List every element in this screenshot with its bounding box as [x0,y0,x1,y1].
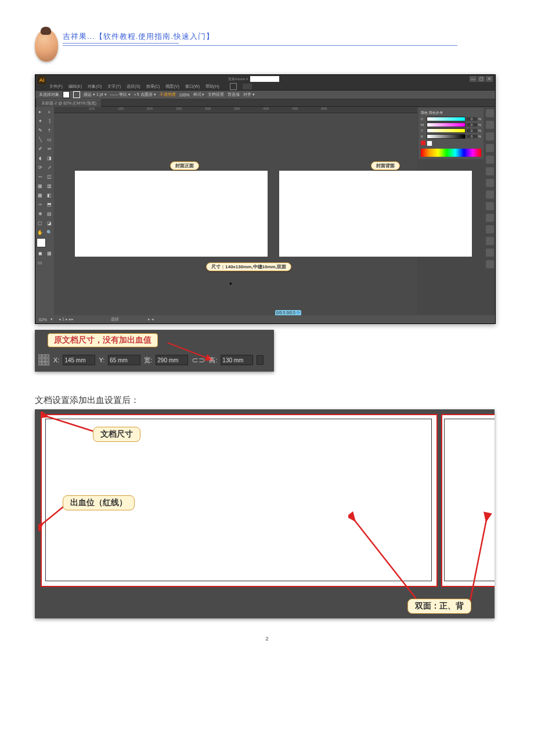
align-field[interactable]: 对齐 ▾ [243,92,255,98]
pen-tool-icon[interactable]: ✎ [35,125,45,135]
ruler: 100 150 200 250 300 350 400 450 500 [54,107,417,113]
brush-field[interactable]: • 5 点圆形 ▾ [134,92,156,98]
dock-icon[interactable] [486,132,494,141]
chip-val: 0/0.5 [286,311,295,315]
free-tool-icon[interactable]: ◫ [45,172,54,181]
blob-tool-icon[interactable]: ◖ [35,153,45,163]
fill-color-icon[interactable] [37,238,46,247]
k-label: K [421,135,425,138]
x-input[interactable] [63,355,95,365]
dock-icon[interactable] [486,249,494,257]
rect-tool-icon[interactable]: ▭ [45,135,54,144]
prefs-button[interactable]: 首选项 [228,92,240,98]
dock-icon[interactable] [486,237,494,245]
menu-item[interactable]: 文件(F) [49,84,63,89]
screen-mode-icon[interactable] [230,83,237,90]
w-input[interactable] [156,355,188,365]
dock-icon[interactable] [486,121,494,129]
search-input[interactable] [250,76,279,82]
dock-icon[interactable] [486,214,494,222]
menu-item[interactable]: 效果(C) [146,84,160,89]
slice-tool-icon[interactable]: ◪ [45,218,54,228]
symbol-tool-icon[interactable]: ❋ [35,209,45,218]
divider [63,43,179,44]
h-input[interactable] [221,355,253,365]
zoom-tool-icon[interactable]: 🔍 [45,228,54,237]
m-value[interactable]: 0 [467,123,477,127]
artboard-tool-icon[interactable]: ▢ [35,218,45,228]
menu-item[interactable]: 编辑(E) [68,84,82,89]
eyedropper-tool-icon[interactable]: ✑ [35,200,45,209]
menu-item[interactable]: 选择(S) [127,84,140,89]
y-input[interactable] [108,355,140,365]
menu-item[interactable]: 帮助(H) [205,84,219,89]
k-slider[interactable] [427,134,466,139]
docset-button[interactable]: 文档设置 [208,92,224,98]
style-field[interactable]: 样式 ▾ [193,92,205,98]
swatch-icon[interactable] [427,141,432,146]
swatch-icon[interactable] [421,141,425,145]
y-slider[interactable] [427,128,466,133]
perspective-icon[interactable]: ▥ [45,181,54,190]
m-slider[interactable] [427,123,466,127]
menu-item[interactable]: 对象(O) [88,84,102,89]
stroke-swatch-icon[interactable] [73,91,80,98]
gradient-mode-icon[interactable]: ▦ [45,249,54,258]
dock-icon[interactable] [486,202,494,210]
blend-tool-icon[interactable]: ⬒ [45,200,54,209]
dock-icon[interactable] [486,179,494,187]
pct-label: % [478,123,481,127]
opacity-field[interactable]: 100% [179,93,190,97]
c-value[interactable]: 0 [467,117,477,121]
pencil-tool-icon[interactable]: ✏ [45,144,54,153]
panel-title: 颜色 颜色参考 [421,110,481,116]
fill-swatch-icon[interactable] [63,91,70,98]
graph-tool-icon[interactable]: ▤ [45,209,54,218]
callout-size: 尺寸：140x130mm,中缝10mm,双面 [206,262,291,271]
maximize-icon[interactable]: ▢ [478,76,485,82]
profile-field[interactable]: —— 等比 ▾ [110,92,131,98]
dock-icon[interactable] [486,109,494,117]
rotate-tool-icon[interactable]: ⟳ [35,163,45,172]
dock-icon[interactable] [486,190,494,199]
y-value[interactable]: 0 [467,129,477,132]
link-icon[interactable]: ⊂⊃ [192,355,205,365]
arrange-icon[interactable] [243,84,252,89]
selection-tool-icon[interactable]: ▸ [35,107,45,116]
menu-item[interactable]: 文字(T) [107,84,121,89]
zoom-label[interactable]: 82% [39,318,47,322]
gradient-tool-icon[interactable]: ◧ [45,190,54,200]
lasso-tool-icon[interactable]: ⟆ [45,116,54,125]
dock-icon[interactable] [486,225,494,233]
c-slider[interactable] [427,117,466,121]
line-tool-icon[interactable]: ╲ [35,135,45,144]
spectrum-icon[interactable] [421,149,481,157]
shape-builder-icon[interactable]: ▦ [35,181,45,190]
artboard-front [75,171,268,257]
scale-tool-icon[interactable]: ⤢ [45,163,54,172]
close-icon[interactable]: ✕ [486,76,493,82]
document-tab[interactable]: 未标题-2 @ 82% (CMYK/预览) [37,99,101,107]
menu-item[interactable]: 视图(V) [165,84,179,89]
stroke-field[interactable]: 描边 ▾ 1 pt ▾ [84,92,107,98]
dock-icon[interactable] [486,144,494,152]
mesh-tool-icon[interactable]: ▩ [35,190,45,200]
minimize-icon[interactable]: — [470,76,477,82]
dock-icon[interactable] [486,167,494,175]
menu-item[interactable]: 窗口(W) [185,84,200,89]
width-tool-icon[interactable]: ⇿ [35,172,45,181]
dock-icon[interactable] [486,156,494,164]
ref-point-icon[interactable] [38,354,50,366]
color-mode-icon[interactable]: ◼ [35,249,45,258]
screen-mode-icon[interactable]: ▭ [35,258,45,267]
dock-icon[interactable] [486,260,494,268]
brush-tool-icon[interactable]: ✐ [35,144,45,153]
eraser-tool-icon[interactable]: ◨ [45,153,54,163]
direct-select-tool-icon[interactable]: ▹ [45,107,54,116]
hand-tool-icon[interactable]: ✋ [35,228,45,237]
magic-wand-tool-icon[interactable]: ✦ [35,116,45,125]
type-tool-icon[interactable]: T [45,125,54,135]
more-icon[interactable] [257,355,264,365]
k-value[interactable]: 0 [467,135,477,138]
canvas[interactable]: 100 150 200 250 300 350 400 450 500 封面正面… [54,107,417,317]
